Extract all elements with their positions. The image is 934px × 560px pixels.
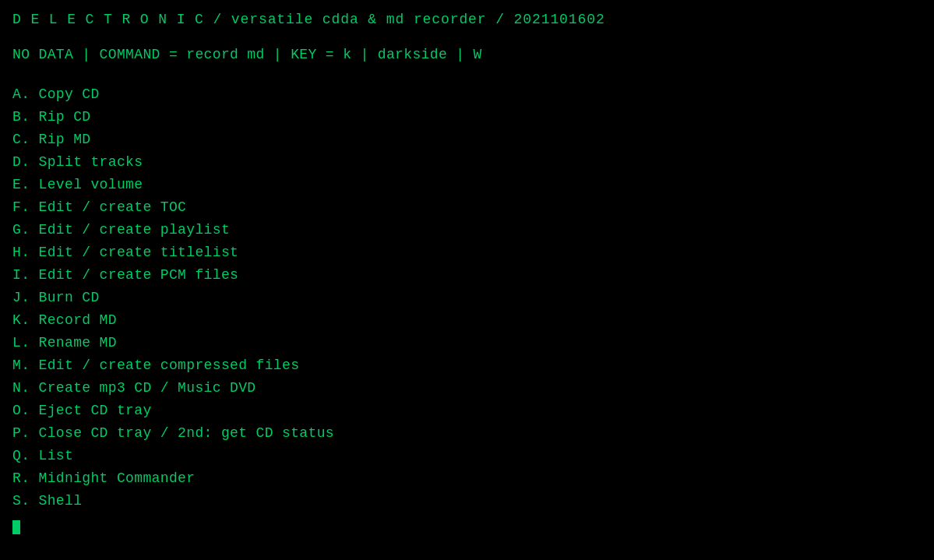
menu-item-f[interactable]: F. Edit / create TOC [12,197,922,218]
menu-item-n[interactable]: N. Create mp3 CD / Music DVD [12,378,922,399]
menu-item-i[interactable]: I. Edit / create PCM files [12,265,922,286]
menu-item-q[interactable]: Q. List [12,446,922,467]
menu-item-s[interactable]: S. Shell [12,491,922,512]
menu-item-m[interactable]: M. Edit / create compressed files [12,355,922,376]
title-text: D E L E C T R O N I C / versatile cdda &… [12,12,605,27]
menu-item-g[interactable]: G. Edit / create playlist [12,220,922,241]
status-text: NO DATA | COMMAND = record md | KEY = k … [12,47,482,62]
menu-item-r[interactable]: R. Midnight Commander [12,468,922,489]
menu-item-c[interactable]: C. Rip MD [12,129,922,150]
status-line: NO DATA | COMMAND = record md | KEY = k … [12,44,922,65]
menu-item-l[interactable]: L. Rename MD [12,333,922,354]
cursor-line [12,513,922,534]
menu-item-p[interactable]: P. Close CD tray / 2nd: get CD status [12,423,922,444]
cursor-block [12,520,20,534]
menu-item-a[interactable]: A. Copy CD [12,84,922,105]
menu-list: A. Copy CDB. Rip CDC. Rip MDD. Split tra… [12,84,922,512]
menu-item-e[interactable]: E. Level volume [12,174,922,195]
menu-item-j[interactable]: J. Burn CD [12,287,922,308]
menu-item-h[interactable]: H. Edit / create titlelist [12,242,922,263]
menu-item-b[interactable]: B. Rip CD [12,107,922,128]
menu-item-k[interactable]: K. Record MD [12,310,922,331]
menu-item-o[interactable]: O. Eject CD tray [12,400,922,421]
title-line: D E L E C T R O N I C / versatile cdda &… [12,9,922,30]
menu-item-d[interactable]: D. Split tracks [12,152,922,173]
